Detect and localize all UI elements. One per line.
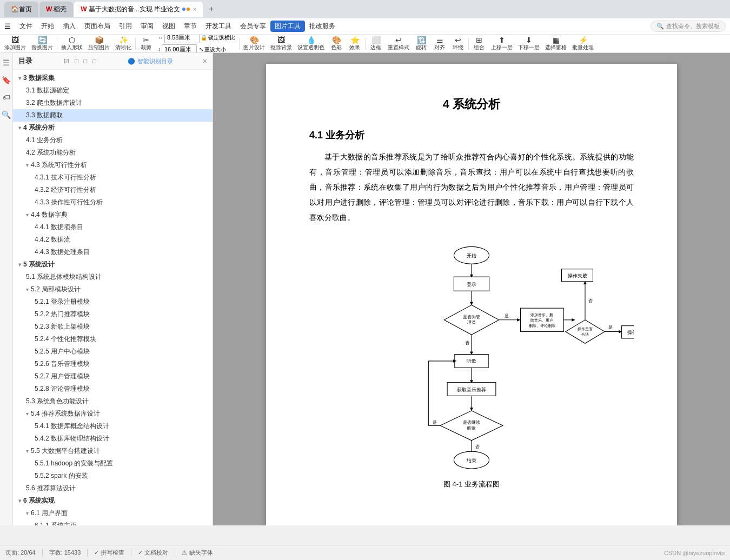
menu-home[interactable]: 开始: [37, 21, 58, 32]
add-tab-button[interactable]: +: [204, 2, 219, 17]
batch-process-button[interactable]: ⚡ 批量处理: [570, 36, 596, 52]
toc-item[interactable]: 5.2.5 用户中心模块: [13, 345, 213, 358]
toc-item[interactable]: 4.1 业务分析: [13, 134, 213, 146]
toc-item[interactable]: ▾5.4 推荐系统数据库设计: [13, 408, 213, 420]
toc-item-selected[interactable]: 3.3 数据爬取: [13, 109, 213, 122]
tab-doc[interactable]: W 基于大数据的音...实现 毕业论文 ×: [74, 2, 203, 17]
toc-item[interactable]: 5.2.6 音乐管理模块: [13, 358, 213, 370]
tab-wps[interactable]: W 稻壳: [39, 2, 73, 17]
toc-close-button[interactable]: ×: [203, 57, 207, 65]
toc-item[interactable]: 4.3.3 操作性可行性分析: [13, 196, 213, 209]
toc-item[interactable]: 4.3.2 经济可行性分析: [13, 184, 213, 196]
toc-item[interactable]: ▾6.1 用户界面: [13, 507, 213, 519]
toc-ctrl-3[interactable]: □: [82, 57, 89, 65]
tab-close-icon[interactable]: ×: [193, 6, 196, 12]
toc-item[interactable]: ▾5 系统设计: [13, 258, 213, 271]
document-area[interactable]: 4 系统分析 4.1 业务分析 基于大数据的音乐推荐系统是为了给听众推荐符合内心…: [213, 53, 730, 525]
toc-ctrl-4[interactable]: □: [91, 57, 98, 65]
crop-button[interactable]: ✂ 裁剪: [137, 36, 155, 52]
toc-item[interactable]: 5.2.7 用户管理模块: [13, 370, 213, 383]
border-button[interactable]: ⬜ 边框: [367, 36, 384, 52]
tab-home[interactable]: 🏠 首页: [4, 2, 38, 17]
toc-item[interactable]: 5.5.1 hadoop 的安装与配置: [13, 457, 213, 470]
search-side-icon[interactable]: 🔍: [1, 109, 12, 120]
toc-item[interactable]: ▾5.2 局部模块设计: [13, 283, 213, 296]
toc-arrow: ▾: [26, 162, 29, 168]
height-input[interactable]: [162, 44, 197, 54]
insert-shape-button[interactable]: ⬡ 插入形状: [59, 36, 85, 52]
search-box[interactable]: 🔍 查找命令、搜索模板: [651, 21, 726, 32]
color-icon: 🎨: [332, 36, 341, 44]
menu-batch[interactable]: 批改服务: [305, 21, 340, 32]
width-input[interactable]: [164, 35, 200, 43]
toc-item[interactable]: 5.4.1 数据库概念结构设计: [13, 420, 213, 432]
missing-font[interactable]: ⚠ 缺失字体: [182, 549, 213, 557]
toc-ctrl-1[interactable]: ☑: [62, 57, 71, 65]
select-pane-label: 选择窗格: [545, 44, 567, 51]
pic-design-button[interactable]: 🎨 图片设计: [241, 36, 267, 52]
nav-icon[interactable]: ☰: [2, 57, 11, 68]
toc-ctrl-2[interactable]: □: [73, 57, 80, 65]
doc-check[interactable]: ✓ 文档校对: [138, 549, 168, 557]
toc-item[interactable]: ▾5.5 大数据平台搭建设计: [13, 445, 213, 457]
toc-item[interactable]: 4.3.1 技术可行性分析: [13, 171, 213, 184]
menu-view[interactable]: 视图: [158, 21, 180, 32]
move-up-button[interactable]: ⬆ 上移一层: [489, 36, 515, 52]
menu-ref[interactable]: 引用: [115, 21, 136, 32]
menu-insert[interactable]: 插入: [58, 21, 80, 32]
compress-button[interactable]: 📦 压缩图片: [86, 36, 112, 52]
sharpen-button[interactable]: ✨ 清晰化: [113, 36, 134, 52]
toc-item[interactable]: 5.2.4 个性化推荐模块: [13, 333, 213, 345]
menu-picture-tool[interactable]: 图片工具: [270, 21, 305, 32]
toc-item[interactable]: 4.4.1 数据项条目: [13, 221, 213, 234]
toc-item[interactable]: 5.2.1 登录注册模块: [13, 296, 213, 308]
toc-item[interactable]: 5.2.2 热门推荐模块: [13, 308, 213, 321]
bookmark-icon[interactable]: 🔖: [1, 75, 12, 85]
toc-item[interactable]: ▾4.3 系统可行性分析: [13, 159, 213, 171]
toc-item[interactable]: 5.1 系统总体模块结构设计: [13, 271, 213, 283]
toc-arrow: ▾: [18, 75, 21, 81]
menu-icon[interactable]: ☰: [4, 22, 11, 30]
toc-item[interactable]: 4.2 系统功能分析: [13, 146, 213, 159]
replace-image-button[interactable]: 🔄 替换图片: [29, 36, 55, 52]
toc-title: 目录: [18, 56, 32, 66]
tag-icon[interactable]: 🏷: [2, 92, 11, 103]
toc-item[interactable]: 3.2 爬虫数据库设计: [13, 97, 213, 109]
toc-smart-button[interactable]: 🔵 智能识别目录: [128, 57, 173, 65]
toc-item[interactable]: 5.2.3 新歌上架模块: [13, 321, 213, 333]
menu-vip[interactable]: 会员专享: [236, 21, 270, 32]
reset-style-button[interactable]: ↩ 重置样式: [386, 36, 412, 52]
align-button[interactable]: ⚌ 对齐: [431, 36, 448, 52]
menu-devtools[interactable]: 开发工具: [201, 21, 236, 32]
toc-item[interactable]: ▾3 数据采集: [13, 72, 213, 84]
toc-arrow: ▾: [26, 212, 29, 218]
color-button[interactable]: 🎨 色彩: [328, 36, 345, 52]
sep2: [135, 38, 136, 50]
toc-item[interactable]: ▾4.4 数据字典: [13, 209, 213, 221]
menu-review[interactable]: 审阅: [136, 21, 158, 32]
menu-layout[interactable]: 页面布局: [80, 21, 115, 32]
spell-check[interactable]: ✓ 拼写检查: [94, 549, 124, 557]
menu-file[interactable]: 文件: [15, 21, 37, 32]
toc-item[interactable]: 5.4.2 数据库物理结构设计: [13, 432, 213, 445]
rotate-button[interactable]: 🔃 旋转: [413, 36, 430, 52]
toc-item[interactable]: 3.1 数据源确定: [13, 84, 213, 97]
toc-item[interactable]: ▾6 系统实现: [13, 495, 213, 507]
toc-item[interactable]: 6.1.1 系统主页: [13, 519, 213, 525]
toc-item[interactable]: 4.4.3 数据处理条目: [13, 246, 213, 258]
menu-chapter[interactable]: 章节: [180, 21, 201, 32]
toc-item[interactable]: 5.5.2 spark 的安装: [13, 470, 213, 482]
toc-item[interactable]: 5.6 推荐算法设计: [13, 482, 213, 495]
wrap-button[interactable]: ↩ 环绕: [449, 36, 467, 52]
transparent-button[interactable]: 💧 设置透明色: [295, 36, 327, 52]
toc-item[interactable]: ▾4 系统分析: [13, 122, 213, 134]
toc-item[interactable]: 5.3 系统角色功能设计: [13, 395, 213, 408]
group-button[interactable]: ⊞ 组合: [470, 36, 488, 52]
select-pane-button[interactable]: ▦ 选择窗格: [543, 36, 569, 52]
move-down-button[interactable]: ⬇ 下移一层: [516, 36, 542, 52]
effect-button[interactable]: ⭐ 效果: [346, 36, 363, 52]
toc-item[interactable]: 5.2.8 评论管理模块: [13, 383, 213, 395]
remove-bg-button[interactable]: 🖼 抠除背景: [268, 36, 294, 52]
add-image-button[interactable]: 🖼 添加图片: [2, 36, 28, 52]
toc-item[interactable]: 4.4.2 数据流: [13, 234, 213, 246]
